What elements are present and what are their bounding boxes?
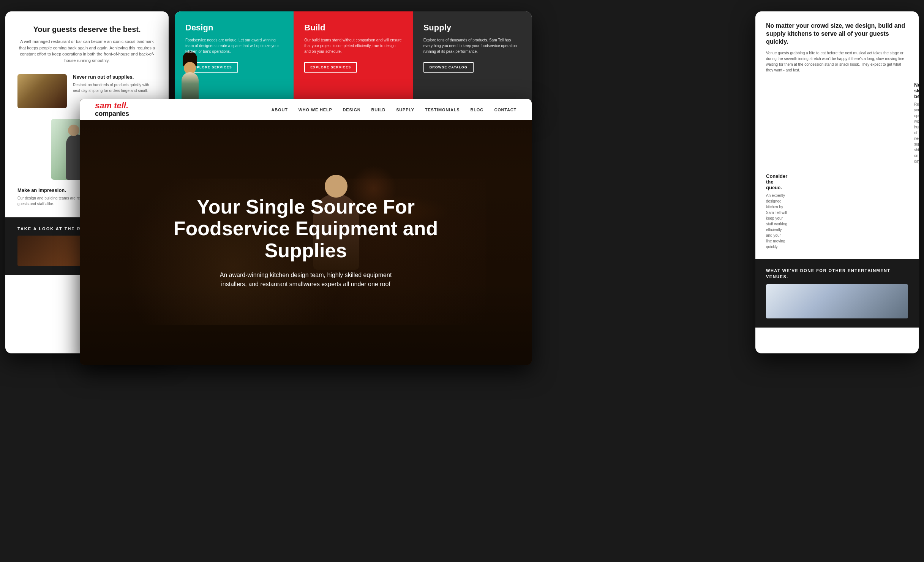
right-bottom-bar: WHAT WE'VE DONE FOR OTHER ENTERTAINMENT … <box>755 259 919 328</box>
left-card-title: Your guests deserve the best. <box>17 25 156 34</box>
service-design-panel: Design Foodservice needs are unique. Let… <box>175 11 294 110</box>
staff-head-1 <box>68 125 79 136</box>
feature-text-supplies: Never run out of supplies. Restock on hu… <box>73 74 156 93</box>
nav-link-blog[interactable]: BLOG <box>470 108 483 112</box>
nav-link-about[interactable]: ABOUT <box>272 108 288 112</box>
navbar: sam tell. companies ABOUT WHO WE HELP DE… <box>80 99 532 120</box>
right-card-desc: Venue guests grabbing a bite to eat befo… <box>766 50 908 73</box>
nav-link-contact[interactable]: CONTACT <box>494 108 516 112</box>
service-build-panel: Build Our build teams stand without comp… <box>294 11 412 110</box>
services-card: Design Foodservice needs are unique. Let… <box>175 11 532 110</box>
services-grid: Design Foodservice needs are unique. Let… <box>175 11 532 110</box>
nav-item-testimonials[interactable]: TESTIMONIALS <box>425 106 460 113</box>
main-hero-card: sam tell. companies ABOUT WHO WE HELP DE… <box>80 99 532 365</box>
service-design-title: Design <box>185 23 283 33</box>
nav-link-supply[interactable]: SUPPLY <box>396 108 414 112</box>
nav-item-build[interactable]: BUILD <box>371 106 386 113</box>
service-build-button[interactable]: EXPLORE SERVICES <box>304 62 357 73</box>
nav-item-design[interactable]: DESIGN <box>343 106 361 113</box>
main-card-inner: sam tell. companies ABOUT WHO WE HELP DE… <box>80 99 532 365</box>
right-feature-desc-queue: An expertly designed kitchen by Sam Tell… <box>766 193 787 250</box>
right-feature-title-beat: Never skip a beat. <box>914 82 919 99</box>
service-supply-panel: Supply Explore tens of thousands of prod… <box>413 11 532 110</box>
right-feature-title-queue: Consider the queue. <box>766 173 787 190</box>
right-feature-text-queue: Consider the queue. An expertly designed… <box>766 173 787 250</box>
right-feature-queue: Consider the queue. An expertly designed… <box>766 173 908 250</box>
right-bottom-title: WHAT WE'VE DONE FOR OTHER ENTERTAINMENT … <box>766 268 908 280</box>
nav-link-design[interactable]: DESIGN <box>343 108 361 112</box>
service-build-title: Build <box>304 23 402 33</box>
right-card-venues: No matter your crowd size, we design, bu… <box>755 11 919 353</box>
hero-subtitle: An award-winning kitchen design team, hi… <box>211 271 401 289</box>
logo-companies: companies <box>95 110 129 118</box>
feature-desc-supplies: Restock on hundreds of products quickly … <box>73 82 156 93</box>
nav-links: ABOUT WHO WE HELP DESIGN BUILD SUPPLY TE… <box>272 106 516 113</box>
kitchen-image <box>17 74 67 108</box>
nav-item-about[interactable]: ABOUT <box>272 106 288 113</box>
logo: sam tell. companies <box>95 101 129 118</box>
service-build-desc: Our build teams stand without comparison… <box>304 37 402 54</box>
right-feature-desc-beat: Restock your operation with hundreds of … <box>914 101 919 164</box>
service-supply-title: Supply <box>423 23 521 33</box>
nav-item-who[interactable]: WHO WE HELP <box>299 106 332 113</box>
hero-title: Your Single Source For Foodservice Equip… <box>173 196 439 261</box>
nav-item-contact[interactable]: CONTACT <box>494 106 516 113</box>
nav-item-blog[interactable]: BLOG <box>470 106 483 113</box>
service-supply-desc: Explore tens of thousands of products. S… <box>423 37 521 54</box>
service-supply-button[interactable]: BROWSE CATALOG <box>423 62 474 73</box>
nav-link-testimonials[interactable]: TESTIMONIALS <box>425 108 460 112</box>
right-feature-beat: Never skip a beat. Restock your operatio… <box>766 82 908 164</box>
logo-sam: sam tell. <box>95 101 128 110</box>
venue-image <box>766 284 908 318</box>
nav-item-supply[interactable]: SUPPLY <box>396 106 414 113</box>
left-card-desc: A well-managed restaurant or bar can bec… <box>17 38 156 63</box>
nav-link-who[interactable]: WHO WE HELP <box>299 108 332 112</box>
logo-sam-tell: sam tell. <box>95 101 129 110</box>
right-card-title: No matter your crowd size, we design, bu… <box>766 22 908 46</box>
service-design-desc: Foodservice needs are unique. Let our aw… <box>185 37 283 54</box>
hero-content: Your Single Source For Foodservice Equip… <box>80 120 532 365</box>
feature-title-supplies: Never run out of supplies. <box>73 74 156 80</box>
nav-link-build[interactable]: BUILD <box>371 108 386 112</box>
right-feature-text-beat: Never skip a beat. Restock your operatio… <box>914 82 919 164</box>
